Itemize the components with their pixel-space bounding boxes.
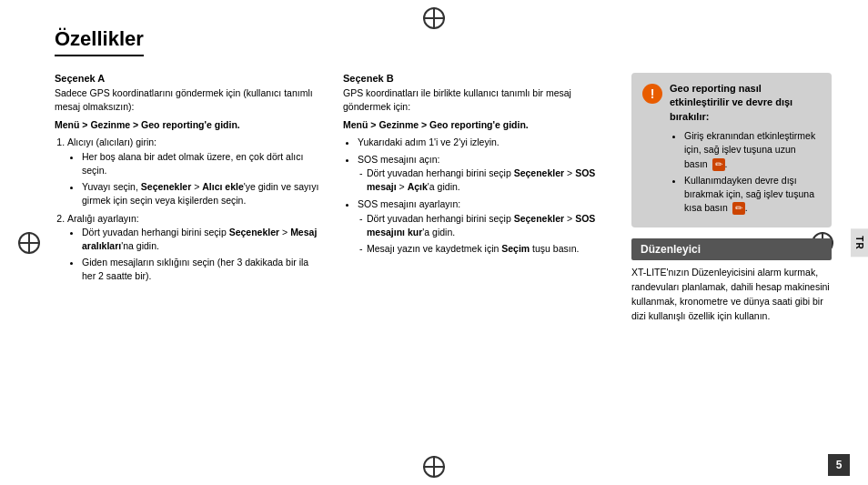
section-b-sos-open: SOS mesajını açın: Dört yuvadan herhangi… — [358, 153, 613, 195]
sos-set-item-2: Mesajı yazın ve kaydetmek için Seçim tuş… — [367, 242, 613, 256]
step1-title: Alıcıyı (alıcıları) girin: — [67, 136, 156, 147]
warning-bullet-2: Kullanımdayken devre dışı bırakmak için,… — [684, 174, 821, 216]
section-a-menu-path: Menü > Gezinme > Geo reporting'e gidin. — [55, 119, 325, 130]
right-column: ! Geo reporting nasıl etkinleştirilir ve… — [631, 73, 832, 323]
sos-set-item-1: Dört yuvadan herhangi birini seçip Seçen… — [367, 212, 613, 239]
sos-open-item: Dört yuvadan herhangi birini seçip Seçen… — [367, 167, 613, 194]
sos-open-dash: Dört yuvadan herhangi birini seçip Seçen… — [358, 167, 613, 194]
section-a-title: Seçenek A — [55, 73, 325, 84]
section-a-steps: Alıcıyı (alıcıları) girin: Her boş alana… — [55, 136, 325, 283]
warning-box: ! Geo reporting nasıl etkinleştirilir ve… — [631, 73, 832, 227]
step1-bullet-2: Yuvayı seçin, Seçenekler > Alıcı ekle'ye… — [82, 180, 325, 207]
section-a-intro: Sadece GPS koordinatlarını göndermek içi… — [55, 86, 325, 114]
sos-set-dash: Dört yuvadan herhangi birini seçip Seçen… — [358, 212, 613, 257]
pencil-icon-1 — [712, 158, 725, 171]
duz-section: Düzenleyici XT-LITE'nızın Düzenleyicisin… — [631, 238, 832, 323]
section-b-intro: GPS koordinatları ile birlikte kullanıcı… — [343, 86, 613, 114]
step1-bullets: Her boş alana bir adet olmak üzere, en ç… — [67, 150, 325, 208]
section-b-menu-path: Menü > Gezinme > Geo reporting'e gidin. — [343, 119, 613, 130]
warning-bullets: Giriş ekranından etkinleştirmek için, sa… — [670, 129, 821, 215]
warning-bullet-1: Giriş ekranından etkinleştirmek için, sa… — [684, 129, 821, 171]
step2-bullets: Dört yuvadan herhangi birini seçip Seçen… — [67, 226, 325, 284]
duz-body: XT-LITE'nızın Düzenleyicisini alarm kurm… — [631, 266, 832, 323]
page-title: Özellikler — [55, 27, 144, 56]
warning-icon: ! — [642, 84, 662, 104]
section-b: Seçenek B GPS koordinatları ile birlikte… — [343, 73, 613, 323]
duz-header: Düzenleyici — [631, 238, 832, 260]
warning-content: Geo reporting nasıl etkinleştirilir ve d… — [670, 82, 821, 218]
pencil-icon-2 — [732, 202, 745, 215]
section-b-main-bullets: Yukarıdaki adım 1'i ve 2'yi izleyin. SOS… — [343, 136, 613, 256]
step1-bullet-1: Her boş alana bir adet olmak üzere, en ç… — [82, 150, 325, 177]
section-b-bullet-follow: Yukarıdaki adım 1'i ve 2'yi izleyin. — [358, 136, 613, 149]
section-b-title: Seçenek B — [343, 73, 613, 84]
step2-bullet-2: Giden mesajların sıklığını seçin (her 3 … — [82, 256, 325, 283]
step2-bullet-1: Dört yuvadan herhangi birini seçip Seçen… — [82, 226, 325, 253]
section-b-sos-set: SOS mesajını ayarlayın: Dört yuvadan her… — [358, 197, 613, 256]
step2-title: Aralığı ayarlayın: — [67, 213, 139, 224]
warning-title: Geo reporting nasıl etkinleştirilir ve d… — [670, 82, 821, 124]
section-a: Seçenek A Sadece GPS koordinatlarını gön… — [55, 73, 325, 323]
